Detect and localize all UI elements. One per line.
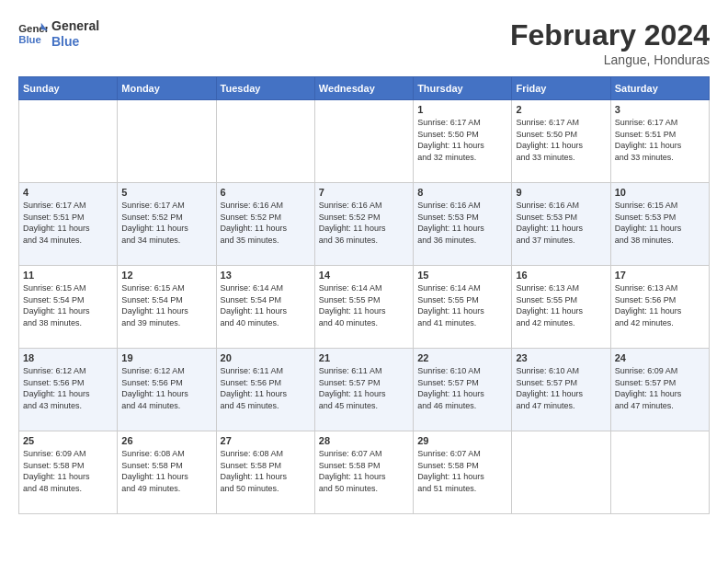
day-info: Sunrise: 6:12 AM Sunset: 5:56 PM Dayligh… [121, 365, 211, 411]
week-row-4: 25Sunrise: 6:09 AM Sunset: 5:58 PM Dayli… [19, 431, 710, 514]
day-info: Sunrise: 6:14 AM Sunset: 5:55 PM Dayligh… [319, 282, 409, 328]
logo-text-blue: Blue [51, 34, 99, 50]
day-info: Sunrise: 6:17 AM Sunset: 5:50 PM Dayligh… [417, 117, 507, 163]
header-row: SundayMondayTuesdayWednesdayThursdayFrid… [19, 77, 710, 100]
day-info: Sunrise: 6:11 AM Sunset: 5:57 PM Dayligh… [319, 365, 409, 411]
day-info: Sunrise: 6:08 AM Sunset: 5:58 PM Dayligh… [221, 448, 311, 494]
day-cell: 23Sunrise: 6:10 AM Sunset: 5:57 PM Dayli… [512, 349, 610, 431]
header-cell-friday: Friday [512, 77, 610, 100]
day-cell: 29Sunrise: 6:07 AM Sunset: 5:58 PM Dayli… [414, 431, 512, 514]
day-number: 18 [23, 352, 113, 363]
calendar-title: February 2024 [510, 18, 710, 52]
day-info: Sunrise: 6:16 AM Sunset: 5:52 PM Dayligh… [221, 200, 311, 246]
week-row-3: 18Sunrise: 6:12 AM Sunset: 5:56 PM Dayli… [19, 349, 710, 431]
header-cell-thursday: Thursday [414, 77, 512, 100]
day-info: Sunrise: 6:10 AM Sunset: 5:57 PM Dayligh… [516, 365, 606, 411]
day-info: Sunrise: 6:07 AM Sunset: 5:58 PM Dayligh… [319, 448, 409, 494]
calendar-table: SundayMondayTuesdayWednesdayThursdayFrid… [18, 76, 710, 514]
title-area: February 2024 Langue, Honduras [510, 18, 710, 67]
day-cell: 9Sunrise: 6:16 AM Sunset: 5:53 PM Daylig… [512, 183, 610, 266]
day-number: 21 [319, 352, 409, 363]
day-cell: 2Sunrise: 6:17 AM Sunset: 5:50 PM Daylig… [512, 100, 610, 183]
day-info: Sunrise: 6:17 AM Sunset: 5:52 PM Dayligh… [121, 200, 211, 246]
day-number: 26 [121, 435, 211, 446]
day-number: 27 [221, 435, 311, 446]
calendar-header: SundayMondayTuesdayWednesdayThursdayFrid… [19, 77, 710, 100]
day-cell: 3Sunrise: 6:17 AM Sunset: 5:51 PM Daylig… [610, 100, 709, 183]
day-number: 24 [615, 352, 705, 363]
day-info: Sunrise: 6:13 AM Sunset: 5:55 PM Dayligh… [516, 282, 606, 328]
day-info: Sunrise: 6:16 AM Sunset: 5:53 PM Dayligh… [516, 200, 606, 246]
day-cell: 17Sunrise: 6:13 AM Sunset: 5:56 PM Dayli… [610, 266, 709, 349]
day-info: Sunrise: 6:11 AM Sunset: 5:56 PM Dayligh… [221, 365, 311, 411]
day-cell: 15Sunrise: 6:14 AM Sunset: 5:55 PM Dayli… [414, 266, 512, 349]
day-info: Sunrise: 6:15 AM Sunset: 5:53 PM Dayligh… [615, 200, 705, 246]
week-row-1: 4Sunrise: 6:17 AM Sunset: 5:51 PM Daylig… [19, 183, 710, 266]
day-cell: 12Sunrise: 6:15 AM Sunset: 5:54 PM Dayli… [118, 266, 216, 349]
header-cell-saturday: Saturday [610, 77, 709, 100]
day-number: 8 [417, 187, 507, 198]
header-cell-sunday: Sunday [19, 77, 118, 100]
day-cell: 19Sunrise: 6:12 AM Sunset: 5:56 PM Dayli… [118, 349, 216, 431]
day-number: 12 [121, 270, 211, 281]
calendar-body: 1Sunrise: 6:17 AM Sunset: 5:50 PM Daylig… [19, 100, 710, 514]
header-cell-tuesday: Tuesday [216, 77, 314, 100]
day-cell [610, 431, 709, 514]
day-cell: 18Sunrise: 6:12 AM Sunset: 5:56 PM Dayli… [19, 349, 118, 431]
day-cell: 5Sunrise: 6:17 AM Sunset: 5:52 PM Daylig… [118, 183, 216, 266]
day-number: 2 [516, 104, 606, 115]
day-info: Sunrise: 6:13 AM Sunset: 5:56 PM Dayligh… [615, 282, 705, 328]
svg-text:Blue: Blue [18, 33, 41, 44]
day-cell: 1Sunrise: 6:17 AM Sunset: 5:50 PM Daylig… [414, 100, 512, 183]
day-info: Sunrise: 6:17 AM Sunset: 5:51 PM Dayligh… [615, 117, 705, 163]
day-number: 25 [23, 435, 113, 446]
day-cell [314, 100, 413, 183]
day-number: 20 [221, 352, 311, 363]
day-cell: 14Sunrise: 6:14 AM Sunset: 5:55 PM Dayli… [314, 266, 413, 349]
day-cell: 26Sunrise: 6:08 AM Sunset: 5:58 PM Dayli… [118, 431, 216, 514]
day-info: Sunrise: 6:09 AM Sunset: 5:57 PM Dayligh… [615, 365, 705, 411]
header-cell-wednesday: Wednesday [314, 77, 413, 100]
day-cell: 27Sunrise: 6:08 AM Sunset: 5:58 PM Dayli… [216, 431, 314, 514]
day-info: Sunrise: 6:09 AM Sunset: 5:58 PM Dayligh… [23, 448, 113, 494]
day-info: Sunrise: 6:14 AM Sunset: 5:55 PM Dayligh… [417, 282, 507, 328]
day-number: 22 [417, 352, 507, 363]
day-cell [118, 100, 216, 183]
day-cell: 20Sunrise: 6:11 AM Sunset: 5:56 PM Dayli… [216, 349, 314, 431]
header-cell-monday: Monday [118, 77, 216, 100]
day-cell: 4Sunrise: 6:17 AM Sunset: 5:51 PM Daylig… [19, 183, 118, 266]
day-cell [216, 100, 314, 183]
logo-text-general: General [51, 18, 99, 34]
day-number: 28 [319, 435, 409, 446]
day-number: 17 [615, 270, 705, 281]
day-cell: 10Sunrise: 6:15 AM Sunset: 5:53 PM Dayli… [610, 183, 709, 266]
day-info: Sunrise: 6:14 AM Sunset: 5:54 PM Dayligh… [221, 282, 311, 328]
page-header: General Blue General Blue February 2024 … [18, 18, 710, 67]
day-cell: 7Sunrise: 6:16 AM Sunset: 5:52 PM Daylig… [314, 183, 413, 266]
day-cell [19, 100, 118, 183]
day-number: 4 [23, 187, 113, 198]
day-number: 6 [221, 187, 311, 198]
day-cell: 11Sunrise: 6:15 AM Sunset: 5:54 PM Dayli… [19, 266, 118, 349]
day-number: 19 [121, 352, 211, 363]
calendar-subtitle: Langue, Honduras [510, 52, 710, 67]
day-info: Sunrise: 6:15 AM Sunset: 5:54 PM Dayligh… [23, 282, 113, 328]
day-number: 11 [23, 270, 113, 281]
day-cell: 24Sunrise: 6:09 AM Sunset: 5:57 PM Dayli… [610, 349, 709, 431]
day-info: Sunrise: 6:16 AM Sunset: 5:53 PM Dayligh… [417, 200, 507, 246]
day-info: Sunrise: 6:10 AM Sunset: 5:57 PM Dayligh… [417, 365, 507, 411]
day-cell: 22Sunrise: 6:10 AM Sunset: 5:57 PM Dayli… [414, 349, 512, 431]
day-number: 13 [221, 270, 311, 281]
day-info: Sunrise: 6:17 AM Sunset: 5:51 PM Dayligh… [23, 200, 113, 246]
day-info: Sunrise: 6:16 AM Sunset: 5:52 PM Dayligh… [319, 200, 409, 246]
day-cell [512, 431, 610, 514]
logo: General Blue General Blue [18, 18, 99, 50]
day-info: Sunrise: 6:12 AM Sunset: 5:56 PM Dayligh… [23, 365, 113, 411]
day-number: 16 [516, 270, 606, 281]
day-number: 29 [417, 435, 507, 446]
day-number: 10 [615, 187, 705, 198]
week-row-0: 1Sunrise: 6:17 AM Sunset: 5:50 PM Daylig… [19, 100, 710, 183]
day-info: Sunrise: 6:15 AM Sunset: 5:54 PM Dayligh… [121, 282, 211, 328]
week-row-2: 11Sunrise: 6:15 AM Sunset: 5:54 PM Dayli… [19, 266, 710, 349]
day-cell: 21Sunrise: 6:11 AM Sunset: 5:57 PM Dayli… [314, 349, 413, 431]
